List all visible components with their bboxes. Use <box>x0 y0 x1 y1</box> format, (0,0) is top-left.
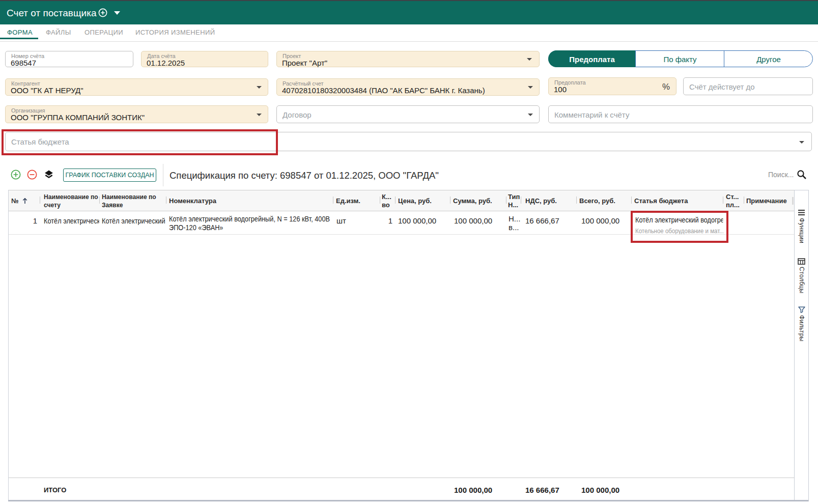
totals-vat: 16 666,67 <box>525 486 559 494</box>
col-header-note[interactable]: Примечание <box>746 197 787 205</box>
active-tab-underline <box>0 38 38 39</box>
invoice-date-value: 01.12.2025 <box>147 59 185 67</box>
row-cell-name-invoice[interactable]: Котёл электрически <box>44 216 99 225</box>
counterparty-value: ООО "ГК АТ НЕРУД" <box>11 86 83 95</box>
title-dropdown-caret-icon[interactable] <box>114 11 120 15</box>
columns-icon <box>798 258 805 265</box>
tab-operations[interactable]: ОПЕРАЦИИ <box>84 29 123 36</box>
col-header-name-invoice[interactable]: Наименование по счету <box>44 193 98 209</box>
project-dropdown-caret-icon[interactable] <box>527 58 532 61</box>
filter-icon <box>798 306 805 313</box>
vertical-scrollbar-thumb[interactable] <box>792 197 794 205</box>
col-header-name-request[interactable]: Наименование по Заявке <box>102 193 156 209</box>
totals-total: 100 000,00 <box>581 486 619 494</box>
budget-item-dropdown-caret-icon[interactable] <box>799 141 804 144</box>
col-header-budget-item[interactable]: Статья бюджета <box>634 197 688 205</box>
title-bar: Счет от поставщика <box>0 1 818 24</box>
layers-icon[interactable] <box>44 169 54 179</box>
row-cell-qty[interactable]: 1 <box>377 216 392 225</box>
side-panel-functions-label: Функции <box>798 218 805 243</box>
col-header-num[interactable]: № <box>11 197 28 205</box>
column-divider <box>380 197 380 204</box>
side-panel-filters[interactable]: Фильтры <box>795 306 808 342</box>
segment-divider <box>724 50 724 67</box>
invoice-date-field[interactable]: Дата счёта 01.12.2025 <box>141 51 268 67</box>
col-header-total[interactable]: Всего, руб. <box>579 197 615 205</box>
counterparty-field[interactable]: Контрагент ООО "ГК АТ НЕРУД" <box>5 78 268 96</box>
totals-top-border <box>9 478 794 478</box>
prepayment-value: 100 <box>554 85 567 94</box>
page-title: Счет от поставщика <box>7 8 97 19</box>
column-divider <box>40 197 40 204</box>
table-left-border <box>8 190 9 500</box>
column-divider <box>723 197 723 204</box>
row-cell-name-request[interactable]: Котёл электрический <box>102 216 167 225</box>
row-cell-price[interactable]: 100 000,00 <box>398 216 436 225</box>
tab-files[interactable]: ФАЙЛЫ <box>46 29 71 36</box>
col-header-qty[interactable]: К... во <box>382 193 391 209</box>
delivery-schedule-button[interactable]: ГРАФИК ПОСТАВКИ СОЗДАН <box>63 169 156 182</box>
bank-account-value: 40702810180320003484 (ПАО "АК БАРС" БАНК… <box>282 86 485 95</box>
tab-divider <box>0 41 818 42</box>
col-header-unit[interactable]: Ед.изм. <box>336 197 360 205</box>
specification-title: Спецификация по счету: 698547 от 01.12.2… <box>170 170 439 181</box>
organization-value: ООО "ГРУППА КОМПАНИЙ ЗОНТИК" <box>11 113 145 122</box>
column-divider <box>166 197 166 204</box>
row-cell-nomenclature[interactable]: Котёл электрический водогрейный, N = 126… <box>169 214 333 232</box>
annotation-rect-budget-field <box>2 129 278 155</box>
organization-field[interactable]: Организация ООО "ГРУППА КОМПАНИЙ ЗОНТИК" <box>5 105 268 123</box>
comment-placeholder: Комментарий к счёту <box>554 110 629 119</box>
column-divider <box>631 197 632 204</box>
row-cell-unit[interactable]: шт <box>336 216 346 225</box>
contract-placeholder: Договор <box>283 110 312 119</box>
col-header-vat[interactable]: НДС, руб. <box>525 197 557 205</box>
side-panel-columns[interactable]: Столбцы <box>795 258 808 294</box>
col-header-pay-status[interactable]: Ст... пл... <box>726 193 740 209</box>
row-cell-sum[interactable]: 100 000,00 <box>454 216 492 225</box>
invoice-number-value: 698547 <box>11 59 36 67</box>
totals-label: ИТОГО <box>44 486 66 494</box>
tab-bar: ФОРМА ФАЙЛЫ ОПЕРАЦИИ ИСТОРИЯ ИЗМЕНЕНИЙ <box>0 24 818 42</box>
row-cell-vat[interactable]: 16 666,67 <box>525 216 559 225</box>
tab-history[interactable]: ИСТОРИЯ ИЗМЕНЕНИЙ <box>135 29 215 36</box>
bank-account-dropdown-caret-icon[interactable] <box>528 86 533 89</box>
payment-type-other[interactable]: Другое <box>756 54 781 63</box>
valid-until-placeholder: Счёт действует до <box>689 82 755 91</box>
search-icon[interactable] <box>796 169 807 180</box>
valid-until-field[interactable]: Счёт действует до <box>683 77 813 95</box>
payment-type-toggle: Предоплата По факту Другое <box>548 50 813 67</box>
col-header-nomenclature[interactable]: Номенклатура <box>169 197 216 205</box>
side-panel-top-border <box>794 190 809 190</box>
col-header-price[interactable]: Цена, руб. <box>398 197 432 205</box>
row-cell-vat-type[interactable]: Н... в... <box>509 214 521 232</box>
column-divider <box>333 197 333 204</box>
column-divider <box>450 197 450 204</box>
comment-field[interactable]: Комментарий к счёту <box>548 105 813 123</box>
tab-form[interactable]: ФОРМА <box>7 29 33 36</box>
row-cell-total[interactable]: 100 000,00 <box>581 216 619 225</box>
payment-type-fact[interactable]: По факту <box>663 54 696 63</box>
column-divider <box>744 197 744 204</box>
column-divider <box>521 197 521 204</box>
contract-dropdown-caret-icon[interactable] <box>528 114 533 116</box>
col-header-sum[interactable]: Сумма, руб. <box>453 197 492 205</box>
project-field[interactable]: Проект Проект "Арт" <box>276 51 540 67</box>
search-placeholder[interactable]: Поиск... <box>768 171 794 179</box>
organization-dropdown-caret-icon[interactable] <box>257 114 262 116</box>
column-divider <box>576 197 577 204</box>
invoice-number-field[interactable]: Номер счёта 698547 <box>5 51 133 67</box>
row-cell-num[interactable]: 1 <box>11 216 37 225</box>
side-panel-right-border <box>808 190 809 501</box>
add-row-icon[interactable] <box>11 170 21 180</box>
contract-field[interactable]: Договор <box>276 105 540 123</box>
bank-account-field[interactable]: Расчётный счет 40702810180320003484 (ПАО… <box>276 78 540 96</box>
remove-row-icon[interactable] <box>27 170 37 180</box>
counterparty-dropdown-caret-icon[interactable] <box>257 86 262 89</box>
add-document-icon[interactable] <box>98 8 107 17</box>
prepayment-field[interactable]: Предоплата 100 % <box>548 77 676 95</box>
payment-type-prepaid[interactable]: Предоплата <box>569 54 615 63</box>
toolbar-divider <box>163 164 163 186</box>
totals-sum: 100 000,00 <box>454 486 492 494</box>
side-panel-functions[interactable]: Функции <box>795 209 808 243</box>
col-header-vat-type[interactable]: Тип Н... <box>508 193 520 209</box>
